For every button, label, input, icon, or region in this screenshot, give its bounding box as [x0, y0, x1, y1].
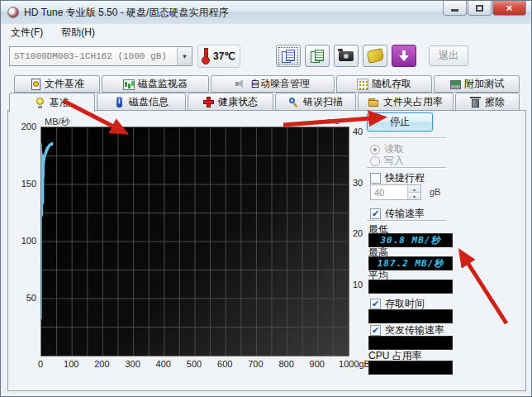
app-window: HD Tune 专业版 5.50 - 硬盘/固态硬盘实用程序 × 文件(F) 帮… [0, 0, 532, 397]
copy-text-icon [282, 50, 295, 62]
tab-label: 文件夹占用率 [383, 95, 443, 109]
tab-folder-usage[interactable]: 文件夹占用率 [358, 93, 454, 111]
folder-icon [368, 97, 379, 108]
copy-image-button[interactable] [305, 45, 330, 67]
transfer-rate-checkbox[interactable]: ✔ 传输速率 [370, 207, 425, 221]
app-icon [7, 7, 19, 18]
tab-benchmark[interactable]: 基准 [9, 93, 95, 112]
short-stroke-label: 快捷行程 [385, 171, 425, 185]
tab-label: 自动噪音管理 [250, 77, 310, 91]
copy-image-icon [311, 50, 324, 62]
average-display [368, 280, 453, 294]
update-button[interactable] [392, 45, 416, 67]
benchmark-chart-svg [41, 127, 349, 356]
y-right-tick: 40 [353, 127, 363, 136]
tab-label: 随机存取 [372, 77, 411, 91]
temperature-value: 37℃ [213, 50, 235, 62]
checkbox-unchecked-icon [370, 173, 381, 184]
save-button[interactable] [363, 45, 387, 67]
tab-extra-tests[interactable]: 附加测试 [434, 75, 520, 93]
drive-select-value: ST1000DM003-1CH162 (1000 gB) [10, 51, 177, 61]
spin-down-icon[interactable]: ▾ [408, 193, 420, 199]
x-tick: 500 [187, 359, 202, 369]
disk-monitor-icon [123, 79, 134, 89]
info-icon [114, 97, 125, 108]
camera-icon [339, 51, 354, 61]
download-arrow-icon [399, 50, 409, 62]
toolbar: ST1000DM003-1CH162 (1000 gB) ▾ 37℃ 退出 [1, 41, 531, 74]
gold-disk-icon [366, 48, 384, 64]
checkbox-checked-icon: ✔ [370, 208, 381, 219]
benchmark-bulb-icon [35, 98, 45, 108]
y-right-tick: 10 [353, 280, 363, 289]
chevron-down-icon[interactable]: ▾ [177, 47, 192, 65]
spin-up-icon[interactable]: ▴ [408, 185, 420, 193]
tab-random-access[interactable]: 随机存取 [336, 75, 432, 93]
tab-label: 错误扫描 [303, 95, 343, 109]
burst-rate-display [368, 336, 453, 350]
tab-aam[interactable]: 自动噪音管理 [211, 75, 335, 93]
titlebar: HD Tune 专业版 5.50 - 硬盘/固态硬盘实用程序 × [1, 1, 531, 25]
tab-health[interactable]: 健康状态 [188, 93, 273, 111]
minimize-button[interactable] [443, 1, 467, 16]
tab-erase[interactable]: 擦除 [455, 93, 520, 111]
radio-read-icon [370, 145, 380, 155]
magnifier-icon [288, 97, 299, 108]
x-tick: 100 [64, 359, 78, 369]
maximize-icon [476, 5, 483, 12]
x-tick: 0 [38, 359, 43, 369]
transfer-rate-label: 传输速率 [385, 207, 425, 221]
speaker-icon [235, 79, 246, 89]
temperature-button[interactable]: 37℃ [197, 45, 240, 68]
x-tick: 400 [156, 359, 171, 369]
separator [367, 167, 446, 169]
thermometer-icon [202, 48, 210, 65]
separator [367, 137, 446, 139]
close-button[interactable]: × [492, 1, 526, 16]
y-left-tick: 50 [26, 293, 36, 303]
read-speed-line [41, 142, 53, 319]
tab-label: 擦除 [485, 95, 505, 109]
y-left-tick: 100 [21, 236, 36, 246]
x-tick: 300 [125, 359, 140, 369]
tab-label: 磁盘信息 [129, 95, 169, 109]
health-cross-icon [203, 97, 214, 108]
separator [367, 220, 446, 222]
menu-file[interactable]: 文件(F) [2, 24, 51, 41]
tab-file-benchmark[interactable]: 文件基准 [14, 75, 100, 93]
menu-help[interactable]: 帮助(H) [53, 24, 103, 41]
tab-label: 健康状态 [218, 95, 258, 109]
tab-disk-monitor[interactable]: 磁盘监视器 [102, 75, 209, 93]
y-right-axis-label: ms [327, 116, 340, 126]
stop-button[interactable]: 停止 [367, 112, 433, 132]
tab-error-scan[interactable]: 错误扫描 [275, 93, 356, 111]
checkbox-checked-icon: ✔ [370, 299, 381, 309]
maximize-button[interactable] [468, 1, 492, 16]
benchmark-chart-plot [40, 127, 349, 356]
extra-tests-icon [449, 79, 460, 89]
drive-select[interactable]: ST1000DM003-1CH162 (1000 gB) ▾ [9, 46, 192, 66]
exit-button[interactable]: 退出 [429, 45, 468, 66]
y-right-tick: 20 [353, 228, 363, 238]
radio-write-icon [370, 156, 380, 166]
short-stroke-stepper[interactable]: 40 ▴ ▾ [370, 184, 421, 200]
y-left-tick: 200 [21, 122, 36, 132]
short-stroke-value: 40 [371, 185, 407, 199]
x-tick: 1000gB [339, 359, 370, 369]
radio-write[interactable]: 写入 [370, 154, 404, 168]
short-stroke-unit: gB [430, 187, 440, 197]
access-time-display [368, 309, 453, 323]
tab-label: 基准 [50, 96, 69, 110]
window-title: HD Tune 专业版 5.50 - 硬盘/固态硬盘实用程序 [24, 6, 228, 20]
random-access-icon [357, 79, 368, 89]
cpu-usage-display [368, 361, 453, 375]
tab-disk-info[interactable]: 磁盘信息 [97, 93, 186, 111]
x-tick: 800 [278, 359, 293, 369]
copy-text-button[interactable] [276, 45, 301, 67]
trash-icon [470, 97, 481, 108]
screenshot-button[interactable] [334, 45, 359, 67]
tab-label: 附加测试 [464, 77, 504, 91]
radio-write-label: 写入 [384, 154, 404, 168]
short-stroke-checkbox[interactable]: 快捷行程 [370, 171, 425, 185]
file-benchmark-icon [30, 79, 40, 89]
